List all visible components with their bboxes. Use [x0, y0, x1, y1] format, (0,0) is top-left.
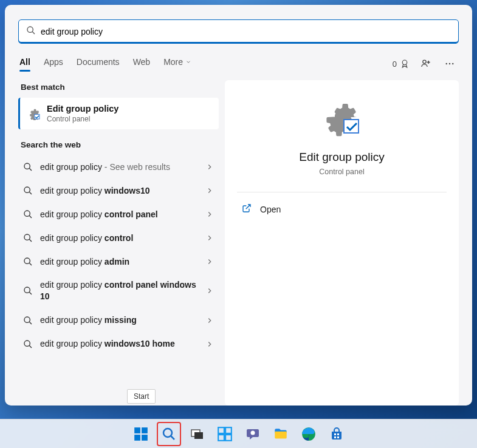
open-external-icon	[242, 203, 252, 215]
widgets-button[interactable]	[213, 422, 237, 446]
more-options-button[interactable]	[442, 56, 458, 72]
svg-line-21	[29, 322, 32, 324]
search-icon	[26, 25, 41, 38]
chevron-right-icon	[205, 287, 214, 295]
edge-icon	[301, 426, 317, 442]
search-results-panel: All Apps Documents Web More 0	[5, 5, 472, 406]
section-best-match: Best match	[21, 83, 219, 92]
web-result[interactable]: edit group policy windows10	[18, 179, 219, 203]
svg-point-16	[24, 258, 30, 263]
results-left-column: Best match Edit group policy Control pan…	[18, 80, 219, 406]
web-result[interactable]: edit group policy control	[18, 226, 219, 250]
svg-point-14	[24, 234, 30, 240]
search-icon	[23, 339, 33, 349]
chevron-right-icon	[205, 257, 214, 266]
svg-point-37	[250, 430, 255, 435]
svg-line-9	[29, 169, 32, 171]
chevron-right-icon	[205, 234, 214, 242]
tab-more[interactable]: More	[163, 57, 191, 70]
svg-point-5	[449, 63, 450, 64]
tab-all[interactable]: All	[19, 57, 30, 70]
medal-icon	[399, 58, 410, 69]
search-icon	[162, 427, 176, 441]
file-explorer-button[interactable]	[269, 422, 293, 446]
svg-rect-36	[225, 435, 232, 441]
windows-logo-icon	[133, 426, 149, 442]
web-result[interactable]: edit group policy admin	[18, 250, 219, 274]
search-icon	[23, 186, 33, 195]
svg-rect-32	[194, 432, 203, 439]
svg-point-3	[423, 60, 426, 63]
web-result[interactable]: edit group policy - See web results	[18, 155, 219, 179]
svg-rect-26	[142, 427, 148, 433]
chevron-down-icon	[185, 59, 191, 65]
svg-line-23	[29, 345, 32, 348]
svg-rect-28	[142, 435, 148, 441]
gear-check-icon	[27, 107, 41, 120]
chevron-right-icon	[205, 186, 214, 195]
best-match-result[interactable]: Edit group policy Control panel	[18, 98, 219, 129]
gear-check-large-icon	[323, 98, 362, 140]
tab-documents[interactable]: Documents	[77, 57, 120, 70]
svg-line-15	[29, 239, 32, 242]
svg-rect-41	[334, 436, 336, 438]
svg-rect-33	[218, 427, 224, 433]
taskbar	[0, 419, 477, 448]
svg-line-13	[29, 216, 32, 219]
start-tooltip: Start	[127, 389, 156, 404]
filter-tabs-row: All Apps Documents Web More 0	[18, 56, 459, 80]
svg-point-18	[24, 287, 30, 293]
web-result[interactable]: edit group policy control panel windows …	[18, 273, 219, 308]
search-input[interactable]	[41, 27, 451, 36]
rewards-button[interactable]: 0	[393, 58, 410, 69]
chevron-right-icon	[205, 340, 214, 348]
svg-rect-35	[218, 435, 224, 441]
svg-point-8	[24, 163, 30, 169]
search-box[interactable]	[18, 19, 459, 44]
svg-line-1	[32, 32, 35, 34]
chat-button[interactable]	[241, 422, 265, 446]
web-result[interactable]: edit group policy control panel	[18, 203, 219, 226]
detail-pane: Edit group policy Control panel Open	[225, 80, 459, 406]
detail-title: Edit group policy	[299, 151, 384, 164]
search-icon	[23, 162, 33, 172]
svg-rect-25	[134, 427, 140, 433]
web-result[interactable]: edit group policy missing	[18, 308, 219, 332]
task-view-icon	[190, 427, 204, 441]
open-action[interactable]: Open	[237, 192, 447, 226]
svg-rect-24	[344, 120, 359, 133]
svg-rect-39	[334, 433, 336, 435]
search-taskbar-button[interactable]	[157, 422, 181, 446]
store-icon	[329, 427, 344, 441]
task-view-button[interactable]	[185, 422, 209, 446]
svg-line-19	[29, 293, 32, 295]
svg-line-30	[171, 436, 174, 440]
svg-point-29	[163, 429, 172, 437]
ellipsis-icon	[444, 58, 455, 69]
rewards-count: 0	[393, 59, 397, 69]
svg-point-2	[402, 60, 407, 65]
chat-icon	[245, 427, 260, 441]
tab-apps[interactable]: Apps	[44, 57, 63, 70]
svg-point-0	[27, 27, 33, 32]
store-button[interactable]	[324, 422, 349, 446]
svg-point-10	[24, 187, 30, 192]
chevron-right-icon	[205, 210, 214, 219]
best-match-title: Edit group policy	[47, 104, 118, 114]
web-result[interactable]: edit group policy windows10 home	[18, 332, 219, 356]
tab-web[interactable]: Web	[133, 57, 151, 70]
start-button[interactable]	[129, 422, 153, 446]
widgets-icon	[217, 426, 233, 442]
svg-rect-40	[337, 433, 339, 435]
edge-button[interactable]	[297, 422, 321, 446]
account-icon[interactable]	[420, 58, 432, 70]
svg-point-12	[24, 211, 30, 216]
folder-icon	[273, 426, 289, 442]
open-label: Open	[260, 205, 281, 214]
svg-line-11	[29, 192, 32, 195]
section-search-web: Search the web	[21, 140, 219, 149]
svg-point-4	[446, 63, 447, 64]
svg-rect-34	[225, 427, 232, 433]
chevron-right-icon	[205, 316, 214, 325]
web-results-list: edit group policy - See web results edit…	[18, 155, 219, 356]
